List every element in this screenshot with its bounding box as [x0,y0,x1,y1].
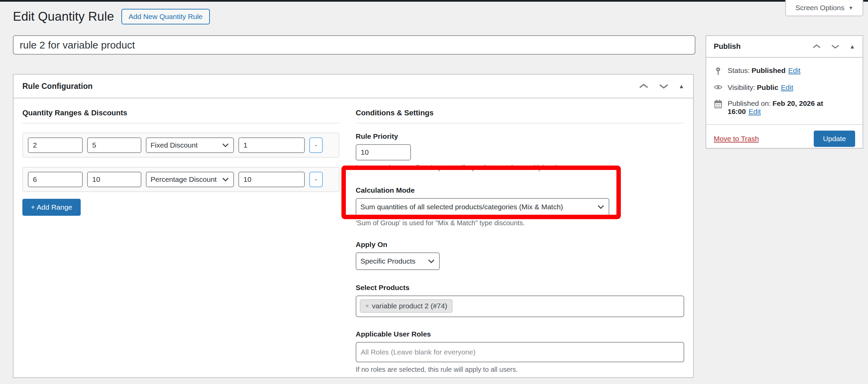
page-header: Edit Quantity Rule Add New Quantity Rule [13,9,210,24]
move-down-icon[interactable] [658,83,669,90]
rule-priority-field: Rule Priority Lower numbers run first. I… [356,132,684,172]
visibility-text: Visibility:PublicEdit [728,83,793,92]
chevron-down-icon [222,143,229,148]
visibility-value: Public [757,83,778,91]
conditions-column: Conditions & Settings Rule Priority Lowe… [356,106,684,373]
admin-bar [0,0,868,2]
edit-visibility-link[interactable]: Edit [781,83,793,91]
divider [356,123,684,123]
discount-type-select[interactable]: Percentage Discount [146,172,234,187]
publish-panel: Publish ▲ Status:PublishedEdit Visibilit… [706,35,863,149]
publish-footer: Move to Trash Update [706,124,863,153]
ranges-column: Quantity Ranges & Discounts Fixed Discou… [22,106,339,373]
discount-type-select[interactable]: Fixed Discount [146,137,234,153]
update-button[interactable]: Update [814,131,855,147]
calculation-mode-field: Calculation Mode Sum quantities of all s… [356,186,684,227]
discount-type-value: Fixed Discount [151,141,198,149]
range-row: Fixed Discount - [22,133,339,158]
chevron-down-icon [222,177,229,182]
range-max-input[interactable] [87,137,141,153]
move-to-trash-link[interactable]: Move to Trash [714,135,759,143]
visibility-row: Visibility:PublicEdit [714,83,855,92]
user-roles-label: Applicable User Roles [356,330,684,338]
range-row: Percentage Discount - [22,167,339,192]
apply-on-value: Specific Products [360,257,415,265]
range-max-input[interactable] [87,172,141,187]
add-new-quantity-rule-button[interactable]: Add New Quantity Rule [121,9,210,24]
product-tag: × variable product 2 (#74) [360,299,453,313]
chevron-down-icon [597,205,605,209]
apply-on-field: Apply On Specific Products [356,241,684,270]
move-up-icon[interactable] [812,43,821,50]
move-up-icon[interactable] [638,83,649,90]
panel-handle-actions: ▲ [638,83,684,90]
screen-options-tab[interactable]: Screen Options ▼ [785,0,863,16]
status-row: Status:PublishedEdit [714,66,855,76]
range-value-input[interactable] [238,172,305,187]
edit-status-link[interactable]: Edit [788,66,801,74]
published-on-row: Published on:Feb 20, 2026 at 16:00Edit [714,99,855,116]
add-range-button[interactable]: + Add Range [22,199,81,216]
status-text: Status:PublishedEdit [728,66,801,75]
publish-header: Publish ▲ [706,36,863,58]
publish-handle-actions: ▲ [812,43,855,50]
range-min-input[interactable] [28,172,83,187]
published-on-label: Published on: [728,99,771,107]
calculation-mode-label: Calculation Mode [356,186,684,194]
user-roles-input[interactable] [356,342,684,362]
rule-priority-help: Lower numbers run first. Important if a … [356,164,684,172]
collapse-toggle-icon[interactable]: ▲ [678,83,684,89]
screen-options-label: Screen Options [795,4,845,12]
chevron-down-icon [428,259,435,264]
publish-body: Status:PublishedEdit Visibility:PublicEd… [706,58,863,124]
range-min-input[interactable] [28,137,83,153]
remove-range-button[interactable]: - [309,172,323,187]
rule-priority-input[interactable] [356,144,411,160]
calculation-mode-select[interactable]: Sum quantities of all selected products/… [356,198,609,216]
collapse-toggle-icon[interactable]: ▲ [849,44,855,50]
select-products-input[interactable]: × variable product 2 (#74) [356,295,684,317]
edit-published-on-link[interactable]: Edit [749,108,761,115]
panel-body: Quantity Ranges & Discounts Fixed Discou… [14,98,693,381]
publish-title: Publish [714,42,741,51]
calendar-icon [714,99,723,109]
product-tag-label: variable product 2 (#74) [372,302,447,310]
chevron-down-icon: ▼ [848,5,853,11]
rule-priority-label: Rule Priority [356,132,684,140]
pin-icon [714,66,723,76]
apply-on-label: Apply On [356,241,684,249]
panel-title: Rule Configuration [22,82,93,91]
remove-tag-icon[interactable]: × [365,302,369,310]
status-label: Status: [728,66,750,74]
discount-type-value: Percentage Discount [151,175,217,184]
select-products-label: Select Products [356,284,684,292]
status-value: Published [751,66,785,74]
conditions-heading: Conditions & Settings [356,109,684,117]
divider [22,123,339,123]
visibility-label: Visibility: [728,83,755,91]
apply-on-select[interactable]: Specific Products [356,252,440,270]
ranges-heading: Quantity Ranges & Discounts [22,109,339,117]
range-value-input[interactable] [238,137,305,153]
eye-icon [714,83,723,91]
page-title: Edit Quantity Rule [13,9,114,24]
user-roles-field: Applicable User Roles If no roles are se… [356,330,684,373]
remove-range-button[interactable]: - [309,137,323,153]
panel-header: Rule Configuration ▲ [14,75,693,98]
user-roles-help: If no roles are selected, this rule will… [356,366,684,373]
calculation-mode-value: Sum quantities of all selected products/… [360,203,563,211]
published-on-text: Published on:Feb 20, 2026 at 16:00Edit [728,99,855,116]
select-products-field: Select Products × variable product 2 (#7… [356,284,684,317]
move-down-icon[interactable] [831,43,840,50]
calculation-mode-help: 'Sum of Group' is used for "Mix & Match"… [356,219,684,227]
rule-title-input[interactable] [13,35,695,55]
rule-configuration-panel: Rule Configuration ▲ Quantity Ranges & D… [13,74,694,378]
